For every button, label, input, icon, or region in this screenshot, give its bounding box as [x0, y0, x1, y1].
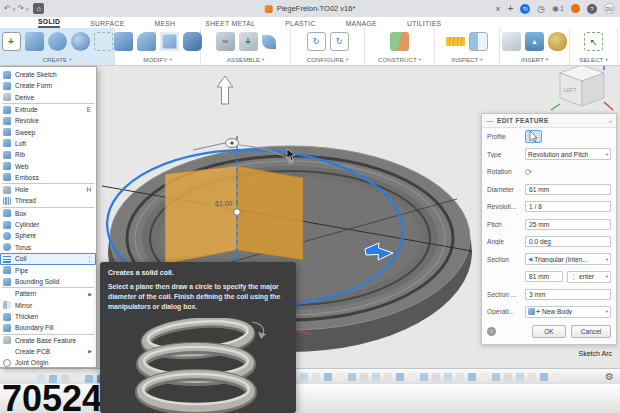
dropdown-select[interactable]: Revolution and Pitch▾	[525, 148, 611, 160]
menu-item-sphere[interactable]: Sphere	[0, 230, 96, 241]
menu-item-create-sketch[interactable]: Create Sketch	[0, 69, 96, 80]
tab-plastic[interactable]: PLASTIC	[285, 19, 315, 28]
ribbon-group-label[interactable]: CONFIGURE▾	[307, 56, 348, 63]
rotation-icon[interactable]: ⟳	[525, 167, 533, 177]
value-input[interactable]: 61 mm	[525, 184, 611, 195]
menu-item-hole[interactable]: HoleH	[0, 184, 96, 195]
timeline-feature-icon[interactable]	[504, 373, 512, 381]
history-icon[interactable]: ◷	[537, 4, 545, 14]
dropdown-select[interactable]: +New Body▾	[525, 306, 611, 318]
document-tab[interactable]: PiegeFrelon-TO02 v16*	[265, 0, 356, 17]
section-analysis-icon[interactable]	[469, 32, 488, 51]
menu-item-box[interactable]: Box	[0, 208, 96, 219]
timeline-feature-icon[interactable]	[420, 373, 428, 381]
help-icon[interactable]: ?	[587, 4, 597, 14]
box-primitive-icon[interactable]	[25, 32, 44, 51]
redo-dropdown-icon[interactable]: ▾	[26, 6, 29, 12]
account-status[interactable]: ◉ 1	[552, 4, 564, 13]
insert-derive-icon[interactable]	[502, 32, 521, 51]
timeline-feature-icon[interactable]	[85, 375, 93, 383]
menu-item-thread[interactable]: Thread	[0, 195, 96, 206]
revolve-icon[interactable]	[48, 32, 67, 51]
timeline-feature-icon[interactable]	[300, 373, 308, 381]
manipulator-plane-left[interactable]	[165, 166, 237, 264]
press-pull-icon[interactable]	[114, 32, 133, 51]
undo-dropdown-icon[interactable]: ▾	[13, 6, 16, 12]
timeline-feature-icon[interactable]	[492, 373, 500, 381]
timeline-feature-icon[interactable]	[324, 373, 332, 381]
dialog-header[interactable]: — EDIT FEATURE »	[482, 114, 616, 128]
timeline-feature-icon[interactable]	[384, 373, 392, 381]
timeline-feature-icon[interactable]	[37, 375, 45, 383]
menu-item-web[interactable]: Web	[0, 160, 96, 171]
ribbon-group-label[interactable]: ASSEMBLE▾	[227, 56, 265, 63]
value-input[interactable]: 3 mm	[525, 289, 611, 300]
menu-item-emboss[interactable]: Emboss	[0, 172, 96, 183]
timeline-feature-icon[interactable]	[336, 373, 344, 381]
minimize-icon[interactable]: —	[486, 117, 493, 124]
configuration-icon[interactable]: ↻	[307, 32, 326, 51]
timeline-feature-icon[interactable]	[348, 373, 356, 381]
value-input[interactable]: 0.0 deg	[525, 236, 611, 247]
home-icon[interactable]: ⌂	[33, 3, 44, 14]
menu-item-extrude[interactable]: ExtrudeE	[0, 104, 96, 115]
menu-item-create-form[interactable]: Create Form	[0, 80, 96, 91]
construction-plane-icon[interactable]	[390, 32, 409, 51]
menu-item-cylinder[interactable]: Cylinder	[0, 219, 96, 230]
menu-item-coil[interactable]: Coil⋮	[0, 253, 96, 265]
more-options-icon[interactable]: ⋮	[86, 255, 93, 263]
menu-item-joint-origin[interactable]: Joint Origin	[0, 357, 96, 368]
measure-icon[interactable]	[446, 37, 465, 46]
timeline-feature-icon[interactable]	[61, 375, 69, 383]
menu-item-derive[interactable]: Derive	[0, 92, 96, 103]
combine-icon[interactable]	[183, 32, 202, 51]
timeline-feature-icon[interactable]	[372, 373, 380, 381]
timeline-feature-icon[interactable]	[444, 373, 452, 381]
menu-item-loft[interactable]: Loft	[0, 138, 96, 149]
cancel-button[interactable]: Cancel	[571, 325, 611, 338]
form-icon[interactable]	[94, 32, 113, 51]
dropdown-select[interactable]: ◀Triangular (Inten...▾	[525, 253, 611, 265]
timeline-feature-icon[interactable]	[360, 373, 368, 381]
avatar[interactable]: DU	[604, 3, 615, 14]
ribbon-group-label[interactable]: SELECT▾	[579, 56, 607, 63]
menu-item-bounding-solid[interactable]: Bounding Solid	[0, 276, 96, 287]
notifications-bell-icon[interactable]	[571, 4, 580, 13]
timeline-feature-icon[interactable]	[552, 373, 560, 381]
menu-item-sweep[interactable]: Sweep	[0, 126, 96, 137]
manipulator-plane-right[interactable]	[237, 166, 303, 260]
tab-manage[interactable]: MANAGE	[346, 19, 377, 28]
timeline-feature-icon[interactable]	[408, 373, 416, 381]
canvas-icon[interactable]: ▲	[525, 32, 544, 51]
ribbon-group-label[interactable]: INSPECT▾	[451, 56, 482, 63]
timeline-feature-icon[interactable]	[468, 373, 476, 381]
timeline-feature-icon[interactable]	[396, 373, 404, 381]
expand-icon[interactable]: »	[609, 118, 612, 124]
fillet-icon[interactable]	[137, 32, 156, 51]
select-icon[interactable]: ↖	[584, 32, 603, 51]
timeline-feature-icon[interactable]	[540, 373, 548, 381]
sphere-primitive-icon[interactable]	[71, 32, 90, 51]
menu-item-pattern[interactable]: Pattern▶	[0, 288, 96, 299]
close-tab-icon[interactable]: ×	[495, 4, 500, 14]
ribbon-group-label[interactable]: CONSTRUCT▾	[378, 56, 421, 63]
menu-item-boundary-fill[interactable]: Boundary Fill	[0, 322, 96, 333]
new-component-icon[interactable]: +	[239, 32, 258, 51]
configuration-table-icon[interactable]: ↻	[330, 32, 349, 51]
center-handle[interactable]	[234, 209, 240, 215]
timeline-feature-icon[interactable]	[456, 373, 464, 381]
view-cube[interactable]: LEFT	[550, 60, 614, 118]
value-input[interactable]: 25 mm	[525, 219, 611, 230]
timeline-feature-icon[interactable]	[528, 373, 536, 381]
dropdown-select[interactable]: ⋮enter▾	[567, 271, 611, 283]
up-arrow-manipulator[interactable]	[217, 76, 233, 104]
menu-item-torus[interactable]: Torus	[0, 241, 96, 252]
value-input[interactable]: 1 / 8	[525, 201, 611, 212]
tab-utilities[interactable]: UTILITIES	[407, 19, 441, 28]
menu-item-rib[interactable]: Rib	[0, 149, 96, 160]
tab-surface[interactable]: SURFACE	[90, 19, 124, 28]
timeline-feature-icon[interactable]	[73, 375, 81, 383]
menu-item-thicken[interactable]: Thicken	[0, 311, 96, 322]
timeline-feature-icon[interactable]	[516, 373, 524, 381]
info-icon[interactable]: i	[487, 327, 496, 336]
